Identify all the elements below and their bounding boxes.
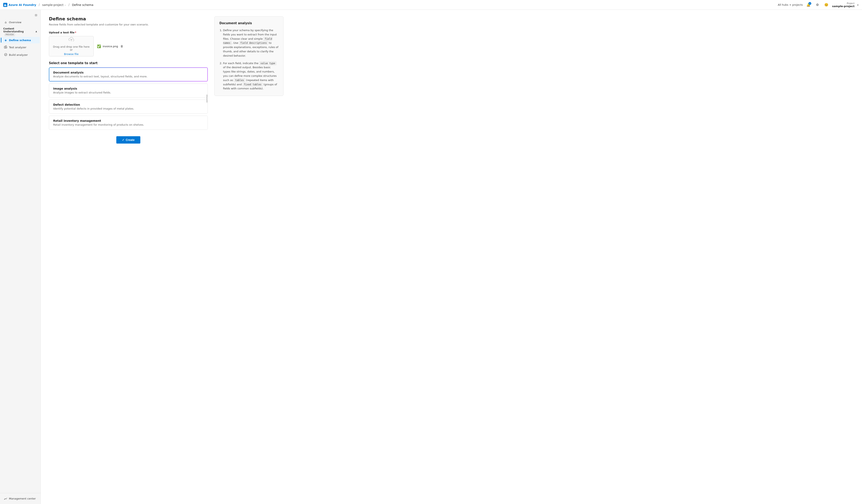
required-star: * <box>75 31 76 34</box>
upload-row: Drag and drop one file here or Browse fi… <box>49 36 208 56</box>
sidebar-collapse-button[interactable]: ⊟ <box>33 12 39 18</box>
create-btn-label: Create <box>126 138 135 142</box>
page-subtitle: Review fields from selected template and… <box>49 23 208 26</box>
home-icon: ⌂ <box>4 21 7 24</box>
sidebar-section-label: Content Understanding <box>3 27 24 33</box>
template-card-image-analysis[interactable]: Image analysis Analyze images to extract… <box>49 83 208 97</box>
page-breadcrumb: Define schema <box>72 3 93 6</box>
right-panel-item-1: Define your schema by specifying the fie… <box>223 28 278 58</box>
template-title-image-analysis: Image analysis <box>53 87 204 90</box>
select-template-label: Select one template to start <box>49 61 208 65</box>
project-label: Project <box>847 2 855 5</box>
page-title: Define schema <box>49 16 208 22</box>
browse-file-link[interactable]: Browse file <box>64 53 78 56</box>
upload-cloud-icon <box>68 37 74 44</box>
all-hubs-link[interactable]: All hubs + projects <box>778 3 803 6</box>
profile-button[interactable]: 😊 <box>823 2 830 8</box>
sidebar-item-build-analyzer[interactable]: Build analyzer <box>1 51 40 58</box>
preview-badge: PREVIEW <box>4 33 15 36</box>
brand-name: Azure AI Foundry <box>9 3 36 6</box>
topnav: Azure AI Foundry / sample-project ⌄ / De… <box>0 0 862 10</box>
upload-dropzone[interactable]: Drag and drop one file here or Browse fi… <box>49 36 94 56</box>
sidebar-build-analyzer-label: Build analyzer <box>9 53 28 56</box>
right-panel-item1-text2: . Use <box>232 41 239 44</box>
right-panel-item-2: For each field, indicate the value type … <box>223 61 278 91</box>
sidebar-define-schema-label: Define schema <box>9 39 31 42</box>
template-title-retail-inventory: Retail inventory management <box>53 119 204 122</box>
sidebar: ⊟ ⌂ Overview Content Understanding PREVI… <box>0 10 41 504</box>
management-center-label: Management center <box>9 497 36 500</box>
notifications-button[interactable]: 🔔 1 <box>805 2 812 8</box>
topnav-right: All hubs + projects 🔔 1 ⚙ 😊 Project samp… <box>778 2 859 8</box>
template-desc-image-analysis: Analyze images to extract structured fie… <box>53 91 204 94</box>
template-desc-defect-detection: Identify potential defects in provided i… <box>53 107 204 110</box>
svg-rect-5 <box>7 47 7 48</box>
value-type-code: value type <box>259 62 276 65</box>
uploaded-file-item: ✅ invoice.png 🗑 <box>97 44 124 48</box>
fixed-tables-code: fixed tables <box>243 83 263 87</box>
svg-point-6 <box>4 53 7 56</box>
template-title-defect-detection: Defect detection <box>53 103 204 106</box>
uploaded-filename: invoice.png <box>103 45 118 48</box>
test-analyzer-icon <box>4 45 7 49</box>
gear-icon: ⚙ <box>816 3 819 7</box>
sidebar-bottom: Management center <box>0 493 40 502</box>
create-button-row: ✓ Create <box>49 136 208 144</box>
project-expand-chevron[interactable]: ∨ <box>857 3 859 6</box>
template-list: Document analysis Analyze documents to e… <box>49 67 208 130</box>
user-icon: 😊 <box>824 3 828 7</box>
sidebar-item-test-analyzer[interactable]: Test analyzer <box>1 44 40 51</box>
sidebar-test-analyzer-label: Test analyzer <box>9 46 26 49</box>
define-schema-icon: ◈ <box>4 39 7 42</box>
svg-point-7 <box>4 499 5 500</box>
template-card-defect-detection[interactable]: Defect detection Identify potential defe… <box>49 100 208 114</box>
breadcrumb-sep-1: / <box>39 3 40 7</box>
checkmark-icon: ✓ <box>122 138 125 142</box>
notification-badge: 1 <box>808 2 811 5</box>
main-content: Define schema Review fields from selecte… <box>41 10 862 504</box>
template-desc-retail-inventory: Retail inventory management for monitori… <box>53 123 204 126</box>
right-panel-title: Document analysis <box>219 22 278 25</box>
management-center-icon <box>4 497 7 501</box>
right-panel-item2-text1: For each field, indicate the <box>223 62 259 65</box>
sidebar-overview-label: Overview <box>9 21 22 24</box>
trash-icon: 🗑 <box>120 44 123 48</box>
project-name-nav: sample-project <box>42 3 64 6</box>
right-panel: Document analysis Define your schema by … <box>214 16 284 96</box>
azure-logo-icon <box>3 3 7 7</box>
project-info: Project sample-project <box>832 2 854 8</box>
delete-file-button[interactable]: 🗑 <box>120 44 124 48</box>
template-card-retail-inventory[interactable]: Retail inventory management Retail inven… <box>49 116 208 130</box>
section-chevron[interactable]: ∧ <box>35 30 37 33</box>
brand-logo[interactable]: Azure AI Foundry <box>3 3 36 7</box>
collapse-icon: ⊟ <box>35 13 37 17</box>
template-title-document-analysis: Document analysis <box>53 71 204 74</box>
content-main: Define schema Review fields from selecte… <box>49 16 208 498</box>
breadcrumb-sep-2: / <box>68 3 69 7</box>
scrollbar-indicator <box>207 94 207 103</box>
project-name-header: sample-project <box>832 5 854 8</box>
sidebar-item-define-schema[interactable]: ◈ Define schema <box>1 37 40 43</box>
template-card-document-analysis[interactable]: Document analysis Analyze documents to e… <box>49 67 208 81</box>
create-button[interactable]: ✓ Create <box>116 136 140 144</box>
check-circle-icon: ✅ <box>97 44 101 48</box>
svg-rect-4 <box>5 45 6 48</box>
field-descriptions-code: field descriptions <box>239 41 268 45</box>
sidebar-item-management-center[interactable]: Management center <box>1 495 40 502</box>
project-breadcrumb[interactable]: sample-project ⌄ <box>42 3 66 6</box>
sidebar-section-content-understanding: Content Understanding PREVIEW ∧ <box>0 26 40 37</box>
upload-label: Upload a test file* <box>49 31 208 34</box>
template-desc-document-analysis: Analyze documents to extract text, layou… <box>53 75 204 78</box>
build-analyzer-icon <box>4 53 7 57</box>
svg-rect-3 <box>4 46 5 48</box>
sidebar-item-overview[interactable]: ⌂ Overview <box>1 19 40 25</box>
project-chevron: ⌄ <box>64 4 66 6</box>
settings-button[interactable]: ⚙ <box>814 2 821 8</box>
upload-placeholder-text: Drag and drop one file here or <box>52 45 91 51</box>
right-panel-list: Define your schema by specifying the fie… <box>219 28 278 91</box>
tables-code: tables <box>234 78 245 82</box>
main-layout: ⊟ ⌂ Overview Content Understanding PREVI… <box>0 10 862 504</box>
